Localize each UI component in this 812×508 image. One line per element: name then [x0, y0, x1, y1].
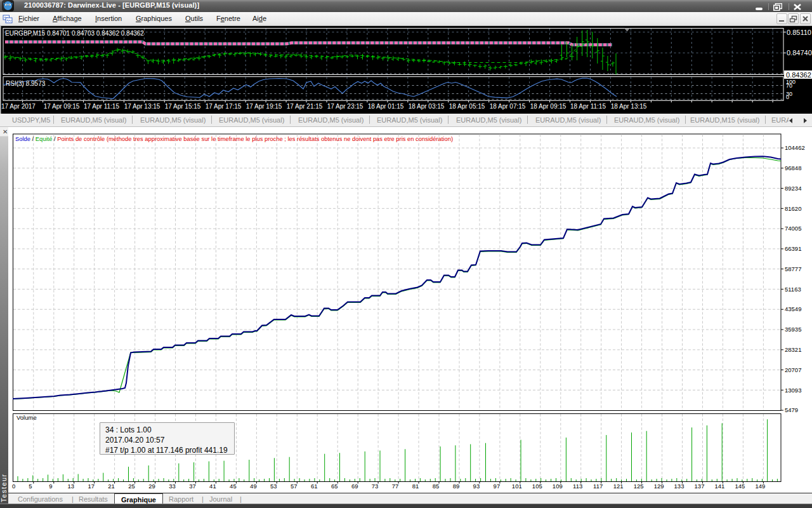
svg-text:51163: 51163 — [785, 286, 801, 293]
svg-text:18 Apr 03:15: 18 Apr 03:15 — [409, 103, 445, 110]
svg-text:17 Apr 2017: 17 Apr 2017 — [1, 103, 36, 110]
svg-text:53: 53 — [270, 483, 277, 490]
svg-text:17 Apr 15:15: 17 Apr 15:15 — [165, 103, 201, 110]
svg-text:18 Apr 01:15: 18 Apr 01:15 — [368, 103, 404, 110]
svg-text:125: 125 — [634, 483, 644, 490]
svg-text:EURGBP,M15 0.84701 0.84703 0.8: EURGBP,M15 0.84701 0.84703 0.84362 0.843… — [5, 30, 144, 37]
svg-text:149: 149 — [755, 483, 765, 490]
svg-text:28321: 28321 — [785, 346, 801, 353]
svg-text:45: 45 — [230, 483, 237, 490]
svg-text:20707: 20707 — [785, 366, 801, 373]
svg-text:35935: 35935 — [785, 326, 801, 333]
svg-text:96848: 96848 — [785, 164, 801, 171]
svg-text:141: 141 — [714, 483, 724, 490]
svg-text:89234: 89234 — [785, 185, 801, 192]
svg-text:85: 85 — [433, 483, 440, 490]
svg-text:49: 49 — [250, 483, 257, 490]
svg-text:9: 9 — [49, 483, 52, 490]
svg-text:33: 33 — [169, 483, 176, 490]
svg-text:18 Apr 09:15: 18 Apr 09:15 — [530, 103, 566, 110]
svg-text:5479: 5479 — [785, 406, 798, 413]
svg-text:0.84362: 0.84362 — [786, 71, 811, 79]
svg-text:RSI(3) 8.9573: RSI(3) 8.9573 — [6, 80, 46, 87]
svg-text:18 Apr 11:15: 18 Apr 11:15 — [570, 103, 606, 110]
svg-text:17 Apr 11:15: 17 Apr 11:15 — [84, 103, 119, 110]
svg-text:105: 105 — [532, 483, 542, 490]
svg-text:17 Apr 19:15: 17 Apr 19:15 — [246, 103, 282, 110]
svg-text:18 Apr 13:15: 18 Apr 13:15 — [611, 103, 647, 110]
svg-text:70: 70 — [786, 83, 792, 89]
svg-text:65: 65 — [331, 483, 338, 490]
svg-text:21: 21 — [108, 483, 115, 490]
svg-text:17 Apr 13:15: 17 Apr 13:15 — [124, 103, 160, 110]
svg-text:81: 81 — [412, 483, 419, 490]
svg-text:89: 89 — [453, 483, 460, 490]
svg-text:17: 17 — [88, 483, 95, 490]
svg-text:17 Apr 17:15: 17 Apr 17:15 — [206, 103, 242, 110]
svg-text:13: 13 — [67, 483, 74, 490]
svg-text:101: 101 — [512, 483, 522, 490]
svg-text:113: 113 — [573, 483, 582, 490]
svg-text:18 Apr 07:15: 18 Apr 07:15 — [490, 103, 526, 110]
svg-text:0: 0 — [786, 94, 789, 100]
svg-text:117: 117 — [593, 483, 603, 490]
svg-text:104462: 104462 — [785, 144, 805, 151]
svg-text:25: 25 — [128, 483, 135, 490]
svg-text:109: 109 — [553, 483, 563, 490]
svg-text:121: 121 — [613, 483, 624, 490]
svg-text:37: 37 — [189, 483, 196, 490]
svg-text:0: 0 — [12, 483, 15, 490]
svg-text:5: 5 — [29, 483, 32, 490]
svg-text:81620: 81620 — [785, 205, 801, 212]
svg-text:0.84740: 0.84740 — [787, 49, 812, 57]
svg-text:74005: 74005 — [785, 225, 801, 232]
svg-text:77: 77 — [392, 483, 399, 490]
svg-text:29: 29 — [148, 483, 155, 490]
svg-text:73: 73 — [372, 483, 379, 490]
svg-text:43549: 43549 — [785, 305, 801, 312]
svg-text:17 Apr 21:15: 17 Apr 21:15 — [287, 103, 323, 110]
svg-text:133: 133 — [674, 483, 684, 490]
svg-text:17 Apr 23:15: 17 Apr 23:15 — [327, 103, 363, 110]
svg-text:41: 41 — [209, 483, 216, 490]
svg-text:66391: 66391 — [785, 245, 801, 252]
svg-text:145: 145 — [735, 483, 745, 490]
svg-text:Solde / Equité / Points de con: Solde / Equité / Points de contrôle (mét… — [15, 135, 453, 142]
svg-text:58777: 58777 — [785, 265, 801, 272]
svg-text:93: 93 — [473, 483, 480, 490]
svg-text:13093: 13093 — [785, 387, 801, 394]
svg-text:61: 61 — [311, 483, 318, 490]
svg-text:57: 57 — [291, 483, 298, 490]
svg-text:97: 97 — [494, 483, 501, 490]
svg-text:129: 129 — [654, 483, 664, 490]
svg-text:Testeur: Testeur — [0, 474, 8, 502]
svg-text:0.85110: 0.85110 — [787, 29, 811, 36]
svg-text:17 Apr 09:15: 17 Apr 09:15 — [44, 103, 80, 110]
svg-text:Volume: Volume — [16, 414, 37, 421]
svg-text:18 Apr 05:15: 18 Apr 05:15 — [449, 103, 485, 110]
svg-text:137: 137 — [695, 483, 705, 490]
svg-text:69: 69 — [351, 483, 358, 490]
